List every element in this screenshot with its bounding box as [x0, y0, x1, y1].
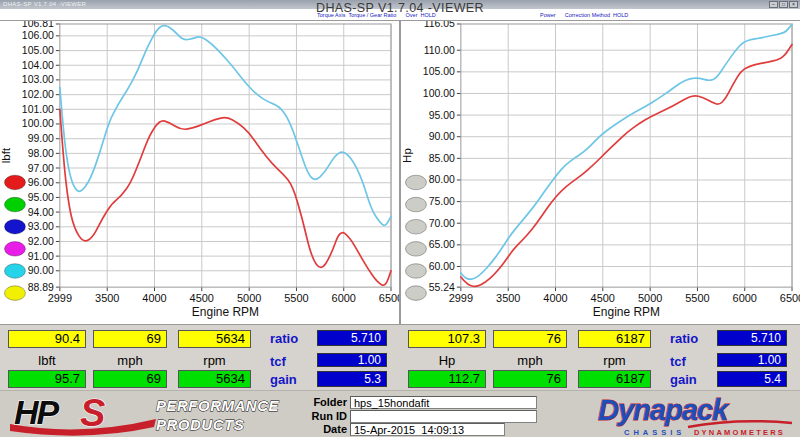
y-tick-label: 95.00 [429, 110, 455, 121]
y-tick-label: 105.00 [423, 66, 455, 77]
cursor-data-panel: 90.4 69 5634 lbft mph rpm 95.7 69 5634 r… [0, 324, 800, 390]
y-tick-label: 105.00 [22, 45, 54, 56]
x-tick-label: 2999 [449, 292, 473, 304]
y-tick-label: 75.00 [429, 196, 455, 207]
cursor-value-box: 6187 [578, 330, 651, 348]
channel-dot[interactable] [4, 264, 25, 279]
y-tick-label: 103.00 [22, 74, 54, 85]
x-axis-title: Engine RPM [593, 305, 660, 319]
channel-dot[interactable] [4, 286, 25, 301]
ratio-label: ratio [670, 331, 712, 346]
torque-data-half: 90.4 69 5634 lbft mph rpm 95.7 69 5634 r… [0, 325, 400, 391]
date-input[interactable]: 15-Apr-2015 14:09:13 [350, 423, 505, 436]
ratio-value: 5.710 [717, 330, 787, 346]
y-tick-label: 93.00 [28, 221, 54, 232]
channel-dot[interactable] [405, 264, 426, 279]
y-tick-label: 116.05 [424, 21, 455, 29]
x-tick-label: 6500 [780, 292, 800, 304]
tcf-value: 1.00 [317, 353, 387, 367]
x-tick-label: 6000 [332, 292, 356, 304]
x-tick-label: 2999 [48, 292, 72, 304]
y-axis-title: Hp [401, 148, 413, 163]
plot-border [60, 24, 391, 287]
channel-dot[interactable] [4, 219, 25, 234]
y-tick-label: 101.00 [22, 104, 54, 115]
y-tick-label: 110.00 [424, 45, 455, 56]
channel-dot[interactable] [4, 242, 25, 257]
dynapack-logo: Dynapack CHASSIS DYNAMOMETERS [596, 392, 796, 437]
channel-dot[interactable] [405, 286, 426, 301]
y-tick-label: 88.89 [28, 282, 54, 293]
unit-label: rpm [578, 354, 651, 367]
hps-word-hp: HP [14, 394, 60, 431]
tcf-value: 1.00 [717, 353, 787, 367]
unit-label: lbft [8, 354, 86, 367]
cursor-value-box: 76 [493, 330, 567, 348]
series-run-red [461, 45, 792, 287]
y-axis-title: lbft [0, 147, 12, 163]
y-tick-label: 65.00 [429, 239, 455, 250]
unit-label: mph [493, 354, 567, 367]
cursor-value-box: 6187 [578, 370, 651, 388]
y-tick-label: 104.00 [22, 60, 54, 71]
cursor-value-box: 112.7 [408, 370, 486, 388]
x-tick-label: 5000 [237, 292, 261, 304]
gain-value: 5.4 [717, 371, 787, 387]
power-chart-panel: 116.05110.00105.00100.0095.0090.0085.008… [401, 21, 800, 324]
y-tick-label: 85.00 [429, 153, 455, 164]
cursor-value-box: 95.7 [8, 370, 86, 388]
channel-dot[interactable] [405, 242, 426, 257]
torque-chart[interactable]: 106.81106.00105.00104.00103.00102.00101.… [0, 21, 399, 324]
x-tick-label: 3500 [496, 292, 520, 304]
channel-dot[interactable] [405, 175, 426, 190]
y-tick-label: 96.00 [28, 177, 54, 188]
x-tick-label: 4000 [142, 292, 166, 304]
y-tick-label: 55.24 [429, 282, 455, 293]
ratio-value: 5.710 [317, 330, 387, 346]
y-tick-label: 70.00 [429, 218, 455, 229]
run-id-row: Run ID [300, 410, 537, 424]
cursor-value-box: 76 [493, 370, 567, 388]
x-tick-label: 4500 [591, 292, 615, 304]
x-tick-label: 3500 [95, 292, 119, 304]
unit-label: Hp [408, 354, 486, 367]
y-tick-label: 99.00 [28, 133, 54, 144]
dynapack-sub-dynos: DYNAMOMETERS [694, 428, 785, 437]
x-tick-label: 4000 [543, 292, 567, 304]
window-header: DHAS-SP V1.7.04 -VIEWER – □ × DHAS-SP V1… [0, 0, 800, 20]
x-tick-label: 6000 [733, 292, 757, 304]
folder-input[interactable]: hps_15hondafit [350, 396, 537, 409]
x-tick-label: 5500 [685, 292, 709, 304]
charts-row: 106.81106.00105.00104.00103.00102.00101.… [0, 20, 800, 324]
gain-label: gain [670, 372, 712, 387]
power-chart[interactable]: 116.05110.00105.00100.0095.0090.0085.008… [401, 21, 800, 324]
channel-dot[interactable] [405, 197, 426, 212]
y-tick-label: 95.00 [28, 192, 54, 203]
power-chart-header: Power Correction Method HOLD [540, 12, 628, 18]
unit-label: rpm [178, 354, 251, 367]
dynapack-word: Dynapack [598, 394, 730, 426]
tcf-label: tcf [270, 354, 312, 369]
channel-dot[interactable] [4, 175, 25, 190]
series-run-cyan [461, 24, 792, 279]
channel-dot[interactable] [405, 219, 426, 234]
cursor-value-box: 90.4 [8, 330, 86, 348]
cursor-value-box: 69 [93, 370, 167, 388]
tcf-label: tcf [670, 354, 712, 369]
x-tick-label: 5500 [284, 292, 308, 304]
cursor-value-box: 69 [93, 330, 167, 348]
x-tick-label: 5000 [638, 292, 662, 304]
hps-tagline-2: PRODUCTS [156, 416, 244, 433]
channel-dot[interactable] [4, 197, 25, 212]
gain-label: gain [270, 372, 312, 387]
y-tick-label: 106.81 [22, 21, 54, 29]
gain-value: 5.3 [317, 371, 387, 387]
y-tick-label: 94.00 [28, 207, 54, 218]
date-row: Date15-Apr-2015 14:09:13 [300, 423, 505, 437]
y-tick-label: 100.00 [22, 118, 54, 129]
dynapack-sub-chassis: CHASSIS [624, 428, 685, 437]
ratio-label: ratio [270, 331, 312, 346]
run-id-input[interactable] [350, 410, 537, 423]
torque-chart-panel: 106.81106.00105.00104.00103.00102.00101.… [0, 21, 399, 324]
cursor-value-box: 5634 [178, 370, 251, 388]
